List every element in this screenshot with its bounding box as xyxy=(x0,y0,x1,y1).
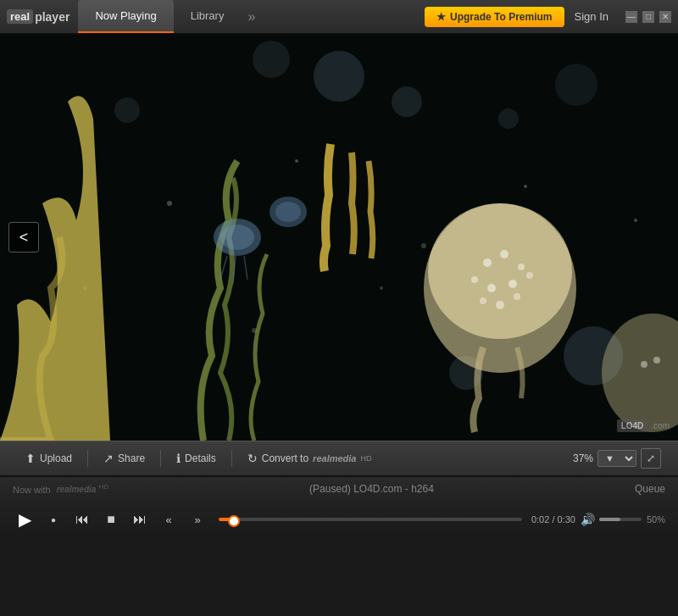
hd-status-badge: HD xyxy=(98,483,108,491)
svg-point-25 xyxy=(428,203,572,339)
details-label: Details xyxy=(185,452,216,464)
realmedia-status-label: realmedia xyxy=(57,485,97,494)
upload-label: Upload xyxy=(40,452,72,464)
share-icon xyxy=(103,452,114,465)
action-separator-3 xyxy=(231,450,232,467)
watermark: LO4D .com xyxy=(617,419,670,432)
time-display: 0:02 / 0:30 xyxy=(531,514,575,524)
volume-icon[interactable]: 🔊 xyxy=(581,513,595,526)
svg-point-37 xyxy=(641,361,647,368)
close-button[interactable]: ✕ xyxy=(659,11,671,23)
action-separator xyxy=(87,450,88,467)
nav-more-arrow[interactable]: » xyxy=(241,9,262,25)
upload-icon xyxy=(25,452,36,465)
watermark-text: .com xyxy=(651,421,670,430)
lo4d-logo-badge: LO4D xyxy=(617,419,648,432)
forward-button[interactable]: » xyxy=(186,508,209,531)
video-frame xyxy=(0,34,678,441)
svg-point-9 xyxy=(167,201,172,206)
quality-percent: 37% xyxy=(573,452,593,464)
svg-point-2 xyxy=(392,86,422,117)
svg-point-30 xyxy=(487,284,496,292)
svg-point-28 xyxy=(518,264,525,270)
volume-fill xyxy=(599,518,620,521)
convert-label: Convert to xyxy=(262,452,308,464)
svg-point-13 xyxy=(380,286,383,290)
logo-text: player xyxy=(35,10,69,24)
quality-dropdown[interactable]: ▼ HD SD xyxy=(597,450,636,467)
svg-point-26 xyxy=(483,258,492,267)
details-button[interactable]: Details xyxy=(168,448,225,469)
share-button[interactable]: Share xyxy=(95,448,153,469)
playlist-button[interactable]: ● xyxy=(42,508,65,531)
tab-library[interactable]: Library xyxy=(174,0,242,33)
fullscreen-button[interactable]: ⤢ xyxy=(641,448,661,469)
volume-percent: 50% xyxy=(647,514,665,524)
nav-tabs: Now Playing Library xyxy=(78,0,241,33)
next-button[interactable]: ⏭ xyxy=(128,508,152,531)
share-label: Share xyxy=(118,452,145,464)
tab-now-playing[interactable]: Now Playing xyxy=(78,0,173,33)
rewind-button[interactable]: « xyxy=(157,508,181,531)
upload-button[interactable]: Upload xyxy=(17,448,81,469)
svg-point-32 xyxy=(526,272,533,279)
quality-badge: 37% xyxy=(573,452,593,464)
details-icon xyxy=(176,452,181,465)
convert-icon xyxy=(247,452,258,465)
svg-point-4 xyxy=(498,108,519,129)
sign-in-button[interactable]: Sign In xyxy=(575,10,609,23)
svg-point-15 xyxy=(634,219,637,222)
status-bar: Now with realmedia HD (Paused) LO4D.com … xyxy=(0,476,678,500)
queue-button[interactable]: Queue xyxy=(635,483,665,495)
realmedia-convert-label: realmedia xyxy=(313,453,356,463)
convert-button[interactable]: Convert to realmedia HD xyxy=(239,448,381,469)
svg-point-6 xyxy=(114,97,140,123)
progress-track[interactable] xyxy=(219,518,522,521)
svg-point-31 xyxy=(508,280,517,288)
progress-container xyxy=(219,518,522,521)
window-controls: — □ ✕ xyxy=(625,11,671,23)
svg-point-38 xyxy=(653,357,660,363)
app-logo: real player xyxy=(7,9,69,24)
previous-button[interactable]: ⏮ xyxy=(70,508,94,531)
svg-point-12 xyxy=(524,185,527,188)
logo-bracket: real xyxy=(7,9,33,24)
svg-point-34 xyxy=(496,301,504,309)
svg-point-35 xyxy=(514,293,520,300)
playback-status: (Paused) LO4D.com - h264 xyxy=(108,483,635,495)
logo-bracket-text: real xyxy=(10,10,30,23)
progress-fill xyxy=(219,518,236,521)
action-bar: Upload Share Details Convert to realmedi… xyxy=(0,441,678,476)
upgrade-star: ★ xyxy=(436,11,446,23)
svg-point-1 xyxy=(314,51,364,102)
video-player[interactable]: < LO4D .com xyxy=(0,34,678,441)
controls-bar: ▶ ● ⏮ ■ ⏭ « » 0:02 / 0:30 🔊 50% xyxy=(0,500,678,539)
svg-point-18 xyxy=(220,225,254,250)
svg-point-3 xyxy=(253,41,290,78)
svg-point-23 xyxy=(275,202,301,222)
svg-point-5 xyxy=(555,64,597,106)
stop-button[interactable]: ■ xyxy=(99,508,123,531)
action-separator-2 xyxy=(160,450,161,467)
svg-point-10 xyxy=(295,159,298,163)
maximize-button[interactable]: □ xyxy=(642,11,654,23)
hd-convert-badge: HD xyxy=(360,454,371,463)
title-bar: real player Now Playing Library » ★ Upgr… xyxy=(0,0,678,34)
svg-point-33 xyxy=(480,297,486,304)
volume-track[interactable] xyxy=(599,518,642,521)
svg-point-11 xyxy=(421,243,426,248)
volume-section: 🔊 xyxy=(581,513,642,526)
svg-point-29 xyxy=(471,276,478,283)
upgrade-label: Upgrade To Premium xyxy=(450,11,552,23)
previous-nav-button[interactable]: < xyxy=(8,222,39,253)
now-with-label: Now with realmedia HD xyxy=(13,483,108,495)
svg-point-27 xyxy=(500,250,508,258)
upgrade-button[interactable]: ★ Upgrade To Premium xyxy=(425,7,564,27)
play-button[interactable]: ▶ xyxy=(13,508,36,531)
minimize-button[interactable]: — xyxy=(625,11,637,23)
